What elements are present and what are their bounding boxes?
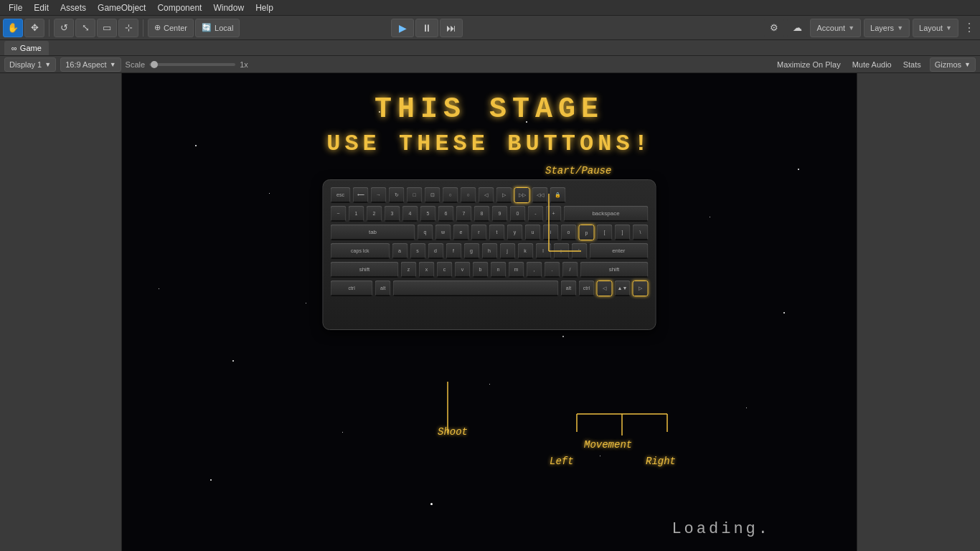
key-8[interactable]: 8 [474, 206, 490, 222]
key-f6[interactable]: ○ [443, 187, 458, 203]
key-tilde[interactable]: ~ [331, 206, 347, 222]
key-e[interactable]: e [453, 225, 469, 240]
key-f4[interactable]: □ [407, 187, 423, 203]
mute-button[interactable]: Mute Audio [849, 59, 895, 70]
key-k[interactable]: k [517, 243, 533, 259]
key-c[interactable]: c [437, 262, 453, 278]
gizmos-dropdown[interactable]: Gizmos ▼ [930, 57, 976, 72]
scale-tool-button[interactable]: ⤡ [75, 19, 95, 37]
key-z[interactable]: z [401, 262, 417, 278]
transform-tool-button[interactable]: ⊹ [118, 19, 138, 37]
key-9[interactable]: 9 [492, 206, 508, 222]
key-f12[interactable]: 🔒 [550, 187, 566, 203]
key-f11[interactable]: ◁◁ [532, 187, 548, 203]
key-o[interactable]: o [561, 225, 577, 240]
key-backspace[interactable]: backspace [564, 206, 649, 222]
key-f3[interactable]: ↻ [389, 187, 405, 203]
scale-slider[interactable] [149, 63, 235, 66]
key-n[interactable]: n [491, 262, 507, 278]
menu-help[interactable]: Help [250, 1, 279, 14]
local-button[interactable]: 🔄 Local [195, 19, 240, 37]
key-7[interactable]: 7 [456, 206, 472, 222]
key-t[interactable]: t [489, 225, 505, 240]
rotate-tool-button[interactable]: ↺ [54, 19, 74, 37]
menu-assets[interactable]: Assets [55, 1, 92, 14]
key-5[interactable]: 5 [420, 206, 436, 222]
key-arrow-up-down[interactable]: ▲▼ [615, 281, 631, 296]
play-button[interactable]: ▶ [391, 19, 414, 37]
key-shift-r[interactable]: shift [580, 262, 649, 278]
key-minus[interactable]: - [528, 206, 544, 222]
game-tab[interactable]: ∞ Game [4, 41, 49, 55]
key-plus[interactable]: + [546, 206, 562, 222]
key-f2[interactable]: → [371, 187, 387, 203]
key-tab[interactable]: tab [331, 225, 415, 240]
cloud-button[interactable]: ☁ [787, 19, 807, 37]
key-1[interactable]: 1 [349, 206, 364, 222]
key-h[interactable]: h [481, 243, 497, 259]
rect-tool-button[interactable]: ▭ [97, 19, 117, 37]
center-button[interactable]: ⊕ Center [148, 19, 194, 37]
settings-button[interactable]: ⚙ [764, 19, 784, 37]
key-esc[interactable]: esc [331, 187, 351, 203]
key-2[interactable]: 2 [367, 206, 382, 222]
menu-gameobject[interactable]: GameObject [92, 1, 151, 14]
key-6[interactable]: 6 [438, 206, 454, 222]
key-f9[interactable]: ▷ [496, 187, 512, 203]
key-f1[interactable]: ⟵ [353, 187, 369, 203]
key-p[interactable]: p [579, 225, 595, 240]
key-f7[interactable]: ○ [461, 187, 476, 203]
key-comma[interactable]: , [527, 262, 542, 278]
menu-file[interactable]: File [3, 1, 28, 14]
key-arrow-left[interactable]: ◁ [597, 281, 613, 296]
layout-dropdown[interactable]: Layout ▼ [913, 19, 958, 37]
key-f5[interactable]: ⊡ [425, 187, 440, 203]
key-3[interactable]: 3 [385, 206, 400, 222]
key-f10[interactable]: ▷▷ [514, 187, 530, 203]
key-space[interactable] [393, 281, 559, 296]
aspect-dropdown[interactable]: 16:9 Aspect ▼ [60, 57, 121, 72]
menu-edit[interactable]: Edit [28, 1, 55, 14]
account-dropdown[interactable]: Account ▼ [810, 19, 861, 37]
key-v[interactable]: v [455, 262, 471, 278]
key-d[interactable]: d [428, 243, 443, 259]
key-arrow-right[interactable]: ▷ [633, 281, 649, 296]
key-f[interactable]: f [446, 243, 461, 259]
menu-component[interactable]: Component [151, 1, 207, 14]
layers-dropdown[interactable]: Layers ▼ [864, 19, 910, 37]
key-0[interactable]: 0 [510, 206, 526, 222]
key-ctrl-l[interactable]: ctrl [331, 281, 373, 296]
hand-tool-button[interactable]: ✋ [3, 19, 23, 37]
key-i[interactable]: i [543, 225, 559, 240]
more-button[interactable]: ⋮ [961, 19, 977, 37]
key-a[interactable]: a [392, 243, 407, 259]
key-b[interactable]: b [473, 262, 489, 278]
key-bracket-l[interactable]: [ [597, 225, 613, 240]
key-alt-l[interactable]: alt [375, 281, 391, 296]
key-u[interactable]: u [525, 225, 541, 240]
maximize-button[interactable]: Maximize On Play [774, 59, 844, 70]
key-semicolon[interactable]: ; [553, 243, 569, 259]
key-capslock[interactable]: caps lck [331, 243, 390, 259]
key-r[interactable]: r [471, 225, 487, 240]
key-alt-r[interactable]: alt [561, 281, 577, 296]
key-enter[interactable]: enter [589, 243, 649, 259]
key-quote[interactable]: ' [571, 243, 587, 259]
key-s[interactable]: s [410, 243, 425, 259]
key-period[interactable]: . [545, 262, 560, 278]
key-backslash[interactable]: \ [633, 225, 649, 240]
pause-button[interactable]: ⏸ [415, 19, 438, 37]
move-tool-button[interactable]: ✥ [24, 19, 44, 37]
display-dropdown[interactable]: Display 1 ▼ [4, 57, 56, 72]
key-4[interactable]: 4 [402, 206, 418, 222]
key-m[interactable]: m [509, 262, 524, 278]
key-x[interactable]: x [419, 262, 435, 278]
step-button[interactable]: ⏭ [440, 19, 463, 37]
key-slash[interactable]: / [562, 262, 578, 278]
key-g[interactable]: g [463, 243, 479, 259]
key-bracket-r[interactable]: ] [615, 225, 631, 240]
key-y[interactable]: y [507, 225, 523, 240]
key-w[interactable]: w [435, 225, 451, 240]
key-ctrl-r[interactable]: ctrl [579, 281, 595, 296]
key-shift-l[interactable]: shift [331, 262, 399, 278]
